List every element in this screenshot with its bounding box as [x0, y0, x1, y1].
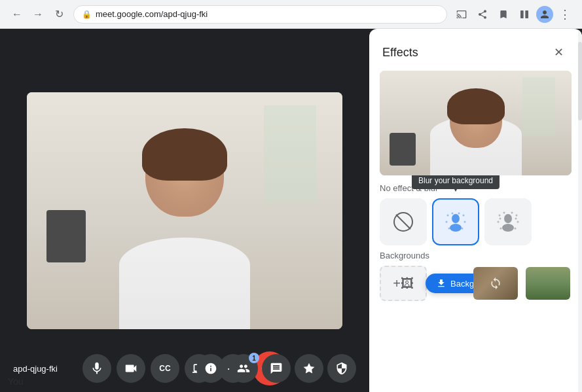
activities-button[interactable] [295, 354, 323, 383]
svg-point-8 [446, 221, 448, 223]
bg-overlay [473, 267, 518, 300]
svg-point-17 [516, 215, 518, 217]
svg-point-23 [511, 212, 513, 214]
reading-view-button[interactable] [515, 5, 534, 24]
effects-scroll-content: No effect & blur Blur your background [369, 175, 582, 392]
svg-point-25 [515, 218, 517, 220]
add-background-button[interactable]: +🖼 [380, 266, 427, 301]
effects-header: Effects ✕ [369, 29, 582, 71]
nav-buttons: ← → ↻ [8, 5, 68, 24]
add-icon: +🖼 [393, 276, 414, 291]
svg-point-15 [502, 224, 514, 232]
video-bg-chair [46, 210, 86, 262]
video-body [119, 238, 250, 329]
user-avatar[interactable] [536, 6, 553, 23]
preview-chair [390, 133, 416, 166]
bookmark-button[interactable] [494, 5, 513, 24]
bg-thumb-2 [526, 267, 570, 300]
camera-button[interactable] [117, 354, 145, 383]
effects-panel: Effects ✕ No effect & blur [369, 29, 582, 392]
svg-point-7 [463, 215, 465, 217]
effects-title: Effects [382, 46, 418, 60]
panel-scrollbar-thumb [578, 42, 582, 120]
background-option-1[interactable] [472, 266, 519, 301]
preview-window [522, 77, 555, 136]
background-option-2[interactable] [524, 266, 572, 301]
url-text: meet.google.com/apd-qjug-fki [96, 9, 208, 19]
blur-section-label: No effect & blur [369, 175, 582, 198]
cast-button[interactable] [452, 5, 471, 24]
video-person [27, 92, 342, 329]
address-bar[interactable]: 🔒 meet.google.com/apd-qjug-fki [73, 5, 447, 24]
svg-rect-1 [525, 10, 528, 18]
meet-container: You apd-qjug-fki CC ⋯ [0, 29, 582, 392]
preview-hair [447, 88, 505, 124]
mic-button[interactable] [82, 354, 111, 383]
svg-point-10 [448, 228, 450, 230]
effects-options: Blur your background [369, 198, 582, 245]
svg-point-19 [517, 221, 519, 223]
svg-point-12 [452, 213, 454, 215]
captions-button[interactable]: CC [151, 354, 179, 383]
svg-point-9 [464, 221, 466, 223]
effects-preview [380, 71, 572, 175]
lock-icon: 🔒 [82, 10, 92, 19]
svg-point-20 [500, 228, 502, 230]
no-effect-option[interactable] [380, 198, 427, 245]
info-button[interactable] [196, 354, 225, 383]
svg-point-4 [452, 214, 460, 223]
svg-rect-0 [520, 10, 524, 18]
backgrounds-label: Backgrounds [380, 251, 572, 260]
share-button[interactable] [473, 5, 492, 24]
meeting-code: apd-qjug-fki [13, 364, 58, 374]
video-bg-window [264, 105, 316, 204]
browser-bar: ← → ↻ 🔒 meet.google.com/apd-qjug-fki ⋮ [0, 0, 582, 29]
forward-button[interactable]: → [29, 5, 47, 24]
toolbar-right: 1 [196, 354, 356, 383]
video-hair [142, 128, 227, 181]
people-button[interactable]: 1 [229, 354, 258, 383]
video-area: You apd-qjug-fki CC ⋯ [0, 29, 369, 392]
svg-point-11 [462, 228, 464, 230]
svg-point-5 [450, 224, 462, 232]
full-blur-option[interactable] [484, 198, 532, 245]
svg-point-14 [504, 214, 512, 223]
svg-line-3 [396, 215, 410, 229]
refresh-button[interactable]: ↻ [50, 5, 68, 24]
menu-button[interactable]: ⋮ [556, 5, 574, 24]
close-button[interactable]: ✕ [548, 42, 569, 63]
backgrounds-row: +🖼 Backgrounds [380, 266, 572, 301]
svg-point-24 [500, 218, 501, 220]
chat-button[interactable] [262, 354, 291, 383]
backgrounds-dropdown-area: Backgrounds [432, 266, 467, 301]
svg-point-22 [503, 212, 505, 214]
svg-point-18 [498, 221, 500, 223]
download-icon [436, 278, 446, 289]
svg-point-16 [499, 215, 501, 217]
svg-point-6 [447, 215, 449, 217]
panel-scrollbar[interactable] [578, 29, 582, 392]
toolbar: apd-qjug-fki CC ⋯ [0, 345, 369, 392]
svg-point-21 [515, 228, 517, 230]
rotate-icon [489, 277, 502, 290]
back-button[interactable]: ← [8, 5, 26, 24]
video-tile [27, 92, 342, 329]
slight-blur-option[interactable]: Blur your background [432, 198, 479, 245]
people-badge: 1 [249, 353, 259, 363]
svg-point-13 [458, 213, 460, 215]
toolbar-left: apd-qjug-fki [13, 364, 58, 374]
browser-actions: ⋮ [452, 5, 574, 24]
backgrounds-section: Backgrounds +🖼 Backgrounds [369, 245, 582, 301]
safety-button[interactable] [327, 354, 356, 383]
